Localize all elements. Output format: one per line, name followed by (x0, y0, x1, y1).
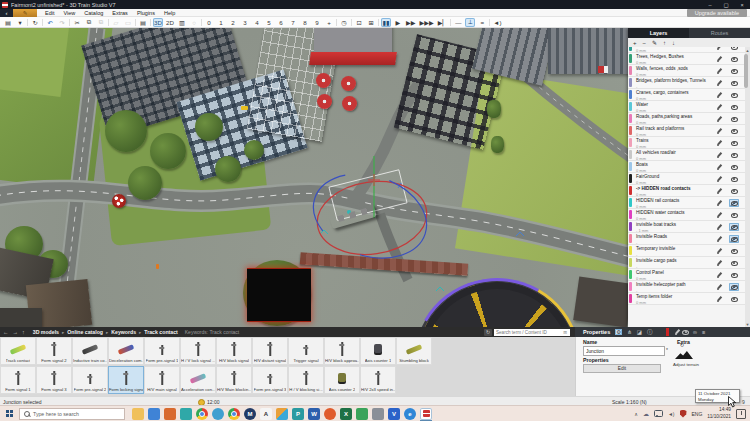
eye-icon[interactable] (729, 115, 739, 123)
camera-5-button[interactable]: 5 (264, 18, 274, 27)
catalog-item[interactable]: H / V lock signal ... (180, 337, 216, 365)
taskbar-app-teal[interactable] (180, 408, 192, 420)
taskbar-app-green[interactable] (356, 408, 368, 420)
language-indicator[interactable]: ENG (692, 411, 703, 417)
tray-chevron-icon[interactable]: ∧ (634, 411, 638, 417)
eye-icon[interactable] (729, 79, 739, 87)
breadcrumb-item[interactable]: Online catalog (59, 329, 103, 335)
layer-row[interactable]: Temp items folder 0 mm (628, 293, 745, 305)
menu-item[interactable]: Extras (112, 10, 128, 16)
eye-icon[interactable] (729, 235, 739, 243)
layers-tool-button[interactable]: + (633, 40, 637, 46)
catalog-item[interactable]: Axis counter 2 (324, 366, 360, 394)
pin-icon[interactable] (716, 236, 723, 243)
reload-icon[interactable]: ↻ (30, 18, 40, 27)
catalog-item[interactable]: Form pre-signal 2 (72, 366, 108, 394)
cut-icon[interactable]: ✂ (72, 18, 82, 27)
close-button[interactable]: × (734, 0, 750, 9)
scrollbar-thumb[interactable] (744, 54, 748, 88)
scroll-up-icon[interactable]: ▲ (745, 47, 750, 53)
edit-button[interactable]: Edit (583, 364, 661, 373)
taskbar-clock[interactable]: 14:49 11/10/2021 (707, 407, 731, 419)
menu-item[interactable]: Plugins (137, 10, 155, 16)
eye-icon[interactable] (729, 295, 739, 303)
menu-item[interactable]: Help (164, 10, 175, 16)
taskbar-chrome-1[interactable] (196, 408, 208, 420)
taskbar-app-a[interactable]: A (260, 408, 272, 420)
back-button[interactable]: ‹ (0, 9, 13, 17)
layers-tool-button[interactable]: ✎ (652, 39, 657, 46)
camera-8-button[interactable]: 8 (300, 18, 310, 27)
taskbar-app-red-round[interactable] (324, 408, 336, 420)
layer-row[interactable]: Temporary invisible - (628, 245, 745, 257)
pin-icon[interactable] (716, 56, 723, 63)
eye-icon[interactable] (681, 328, 691, 336)
taskbar-file-explorer[interactable] (132, 408, 144, 420)
menu-item[interactable]: Edit (45, 10, 54, 16)
refresh-icon[interactable]: ↻ (484, 329, 492, 336)
camera-7-button[interactable]: 7 (288, 18, 298, 27)
catalog-item[interactable]: Stumbling block (396, 337, 432, 365)
taskbar-app-colorful[interactable] (276, 408, 288, 420)
view-3d-button[interactable]: 3D (153, 18, 163, 27)
minimize-button[interactable]: – (702, 0, 718, 9)
eye-icon[interactable] (729, 283, 739, 291)
catalog-item[interactable]: Form locking signal (108, 366, 144, 394)
adjust-terrain-icon[interactable]: ↻ (675, 346, 693, 359)
pin-icon[interactable] (716, 272, 723, 279)
taskbar-chrome-2[interactable] (228, 408, 240, 420)
catalog-item[interactable]: Form pre-signal 1 (144, 337, 180, 365)
eye-icon[interactable] (729, 55, 739, 63)
maximize-button[interactable]: ▢ (718, 0, 734, 9)
taskbar-camera[interactable] (372, 408, 384, 420)
raise-terrain-icon[interactable]: ⟂ (465, 18, 475, 27)
catalog-nav-arrow[interactable]: ↑ (22, 329, 25, 335)
catalog-item[interactable]: H/V distant signal (252, 337, 288, 365)
eye-icon[interactable] (729, 163, 739, 171)
eye-icon[interactable] (729, 91, 739, 99)
start-button[interactable] (6, 410, 13, 417)
layer-row[interactable]: Invisible Roads - (628, 233, 745, 245)
catalog-item[interactable]: H/V 2x3 speed in... (360, 366, 396, 394)
layer-row[interactable]: Walls, fences, odds ,sods 0 mm (628, 65, 745, 77)
layers-tool-button[interactable]: ↑ (663, 40, 666, 46)
catalog-item[interactable]: H/V block approa... (324, 337, 360, 365)
eye-icon[interactable] (729, 211, 739, 219)
fast-forward-button[interactable]: ▶▶ (405, 18, 417, 27)
cloud-icon[interactable]: ☁ (643, 410, 649, 417)
camera-0-button[interactable]: 0 (204, 18, 214, 27)
eye-icon[interactable] (729, 103, 739, 111)
sound-icon[interactable]: ◄) (492, 18, 502, 27)
layer-row[interactable]: Invisible helecopter path - (628, 281, 745, 293)
taskbar-excel[interactable]: X (340, 408, 352, 420)
save-dropdown-icon[interactable]: ▾ (15, 18, 25, 27)
pin-icon[interactable] (716, 260, 723, 267)
pin-icon[interactable] (716, 152, 723, 159)
layer-row[interactable]: FairGround 0 mm (628, 173, 745, 185)
layer-row[interactable]: HIDDEN water contacts 0 mm (628, 209, 745, 221)
copy-icon[interactable]: ⧉ (84, 18, 94, 27)
breadcrumb-item[interactable]: Keywords (103, 329, 136, 335)
eye-icon[interactable] (729, 199, 739, 207)
tab-layers[interactable]: Layers (628, 28, 689, 38)
catalog-item[interactable]: H / V blocking si... (288, 366, 324, 394)
catalog-item[interactable]: H/V Main blockin... (216, 366, 252, 394)
gear-icon[interactable]: ⚙ (615, 329, 622, 335)
eye-icon[interactable] (729, 247, 739, 255)
eye-icon[interactable] (729, 175, 739, 183)
taskbar-publisher[interactable]: P (292, 408, 304, 420)
camera-4-button[interactable]: 4 (252, 18, 262, 27)
camera-add-button[interactable]: + (324, 18, 334, 27)
catalog-item[interactable]: Form pre-signal 3 (252, 366, 288, 394)
pin-icon[interactable] (716, 47, 723, 51)
layer-row[interactable]: Boats 0 mm (628, 161, 745, 173)
catalog-item[interactable]: H/V block signal (216, 337, 252, 365)
camera-1-button[interactable]: 1 (216, 18, 226, 27)
speaker-icon[interactable]: ◄) (668, 411, 675, 417)
eye-icon[interactable] (729, 223, 739, 231)
taskbar-train-studio[interactable] (420, 408, 432, 420)
camera-3-button[interactable]: 3 (240, 18, 250, 27)
catalog-item[interactable]: Axis counter 1 (360, 337, 396, 365)
upgrade-available-button[interactable]: Upgrade available (687, 9, 747, 17)
catalog-item[interactable]: Deceleration com... (108, 337, 144, 365)
